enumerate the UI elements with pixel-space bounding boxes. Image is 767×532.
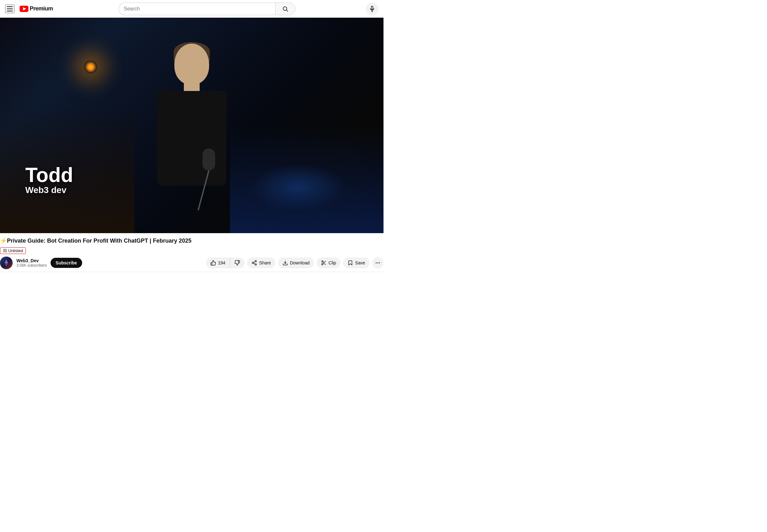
search-input[interactable] — [124, 6, 270, 12]
channel-actions-row: Web3_Dev 3.56K subscribers Subscribe 194 — [0, 257, 383, 269]
more-options-button[interactable] — [372, 257, 383, 269]
svg-line-14 — [254, 262, 255, 263]
svg-point-16 — [322, 261, 323, 262]
share-label: Share — [259, 260, 271, 265]
save-label: Save — [355, 260, 365, 265]
channel-avatar[interactable] — [0, 257, 13, 269]
svg-point-17 — [322, 263, 323, 265]
bg-blue-shelf — [230, 125, 383, 233]
search-icon — [282, 6, 288, 12]
clip-button[interactable]: Clip — [317, 257, 341, 268]
svg-point-22 — [377, 263, 378, 263]
more-icon — [375, 260, 381, 266]
svg-point-10 — [255, 261, 257, 262]
person-head — [174, 44, 209, 85]
header-center — [53, 3, 361, 15]
header-left: Premium — [5, 4, 53, 13]
save-icon — [347, 260, 353, 266]
channel-info: Web3_Dev 3.56K subscribers — [16, 258, 47, 268]
microphone-search-button[interactable] — [366, 3, 378, 15]
mic-head — [202, 148, 215, 171]
svg-line-13 — [254, 263, 255, 264]
link-icon: ⛓ — [3, 248, 7, 253]
svg-marker-8 — [4, 260, 8, 264]
save-button[interactable]: Save — [343, 257, 370, 268]
clip-label: Clip — [329, 260, 336, 265]
unlisted-badge[interactable]: ⛓ Unlisted — [0, 247, 26, 254]
header: Premium — [0, 0, 383, 18]
search-container — [118, 3, 295, 15]
unlisted-label: Unlisted — [8, 248, 23, 253]
actions-right: 194 — [206, 257, 383, 269]
thumbs-down-icon — [234, 260, 240, 266]
svg-point-12 — [255, 264, 257, 265]
header-right — [366, 3, 378, 15]
avatar-icon — [2, 258, 11, 267]
svg-line-19 — [324, 263, 326, 265]
thumbs-up-icon — [210, 260, 216, 266]
subscriber-count: 3.56K subscribers — [16, 263, 47, 268]
search-button[interactable] — [275, 3, 295, 15]
share-button[interactable]: Share — [247, 257, 275, 268]
person-container — [132, 44, 252, 233]
channel-name[interactable]: Web3_Dev — [16, 258, 47, 263]
hamburger-menu-button[interactable] — [5, 4, 15, 13]
overlay-subtitle: Web3 dev — [25, 185, 73, 195]
overlay-name: Todd — [25, 165, 73, 185]
subscribe-button[interactable]: Subscribe — [51, 258, 82, 268]
download-label: Download — [290, 260, 310, 265]
svg-point-21 — [376, 263, 377, 263]
youtube-logo-icon — [20, 6, 28, 12]
like-count: 194 — [218, 260, 225, 265]
search-input-wrapper — [118, 3, 275, 15]
mic-stand — [198, 170, 210, 210]
clip-icon — [321, 260, 327, 266]
name-overlay: Todd Web3 dev — [25, 165, 73, 195]
dislike-button[interactable] — [230, 257, 245, 268]
video-thumbnail: Todd Web3 dev — [0, 18, 383, 233]
video-title-row: ⚡Private Guide: Bot Creation For Profit … — [0, 237, 383, 245]
svg-point-23 — [379, 263, 380, 263]
logo-text: Premium — [30, 5, 53, 12]
bg-light — [84, 61, 97, 73]
svg-point-2 — [283, 7, 287, 10]
mic-icon — [369, 6, 375, 12]
svg-line-20 — [323, 262, 324, 263]
download-button[interactable]: Download — [278, 257, 314, 268]
download-icon — [282, 260, 288, 266]
person-body — [132, 44, 252, 233]
main-content: Todd Web3 dev ⚡Private Guide: Bot Creati… — [0, 18, 383, 272]
share-icon — [251, 260, 257, 266]
like-dislike-group: 194 — [206, 257, 245, 268]
svg-line-3 — [287, 10, 288, 11]
video-info: ⚡Private Guide: Bot Creation For Profit … — [0, 233, 383, 272]
like-button[interactable]: 194 — [206, 257, 230, 268]
svg-rect-4 — [371, 6, 373, 9]
channel-left: Web3_Dev 3.56K subscribers Subscribe — [0, 257, 82, 269]
video-title: ⚡Private Guide: Bot Creation For Profit … — [0, 237, 191, 245]
svg-point-11 — [252, 262, 254, 264]
video-player[interactable]: Todd Web3 dev — [0, 18, 383, 233]
microphone-prop — [199, 148, 218, 212]
youtube-logo[interactable]: Premium — [20, 5, 53, 12]
